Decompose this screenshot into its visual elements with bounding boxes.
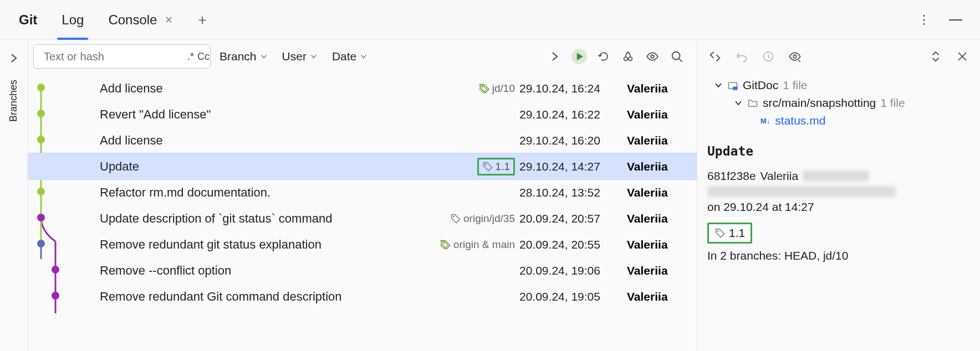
commit-tag-highlight[interactable]: 1.1	[707, 223, 752, 244]
log-panel: .* Cc Branch User Date	[28, 40, 697, 351]
svg-point-19	[484, 163, 486, 165]
commit-row[interactable]: Revert "Add license"29.10.24, 16:22Valer…	[28, 101, 697, 127]
commit-message: Update	[100, 159, 139, 174]
chevron-down-icon	[260, 53, 268, 60]
commit-email	[707, 186, 970, 197]
tab-console[interactable]: Console ✕	[96, 0, 185, 39]
date-filter[interactable]: Date	[326, 50, 373, 63]
regex-toggle[interactable]: .*	[187, 51, 194, 63]
expand-collapse-button[interactable]	[928, 49, 943, 64]
search-input[interactable]	[44, 50, 184, 63]
branch-filter[interactable]: Branch	[214, 50, 273, 63]
branches-tab[interactable]: Branches	[8, 80, 19, 122]
commit-row[interactable]: Add licensejd/1029.10.24, 16:24Valeriia	[28, 75, 697, 101]
close-icon[interactable]: ✕	[165, 14, 173, 26]
preview-diff-button[interactable]	[787, 49, 803, 64]
module-icon	[727, 80, 738, 91]
redacted-text	[707, 186, 896, 197]
expand-branches-button[interactable]	[8, 52, 20, 64]
svg-line-6	[679, 59, 682, 62]
run-button[interactable]	[571, 49, 587, 64]
svg-point-26	[717, 230, 719, 232]
commit-row[interactable]: Remove redundant Git command description…	[28, 283, 697, 309]
svg-point-4	[651, 55, 654, 58]
collapse-button[interactable]	[707, 49, 723, 64]
search-input-container: .* Cc	[33, 44, 211, 69]
folder-icon	[747, 97, 758, 109]
commit-date: 29.10.24, 14:27	[519, 160, 627, 173]
chevron-right-icon	[8, 52, 20, 64]
commit-date: 29.10.24, 16:22	[519, 108, 627, 121]
tab-log[interactable]: Log	[49, 0, 96, 39]
history-button[interactable]	[760, 49, 776, 64]
minimize-button[interactable]	[949, 19, 962, 20]
tree-root-node[interactable]: GitDoc 1 file	[707, 76, 970, 94]
tag-icon	[479, 83, 490, 94]
refresh-icon	[598, 50, 610, 63]
commit-date: 29.10.24, 16:20	[519, 134, 627, 147]
go-next-button[interactable]	[547, 49, 563, 64]
commit-date: 20.09.24, 19:05	[519, 290, 627, 303]
commit-ref-label[interactable]: 1.1	[477, 158, 515, 176]
chevron-down-icon	[310, 53, 318, 60]
play-icon	[573, 50, 585, 63]
commit-list: Add licensejd/1029.10.24, 16:24ValeriiaR…	[28, 73, 697, 351]
svg-point-20	[453, 215, 455, 217]
undo-button[interactable]	[734, 49, 749, 64]
commit-date: 29.10.24, 16:24	[519, 82, 627, 95]
commit-author: Valeriia	[627, 238, 688, 251]
close-details-button[interactable]	[955, 49, 970, 64]
commit-row[interactable]: Remove redundant git status explanationo…	[28, 231, 697, 257]
commit-row[interactable]: Add license29.10.24, 16:20Valeriia	[28, 127, 697, 153]
svg-point-3	[629, 57, 632, 61]
svg-point-5	[672, 52, 680, 60]
commit-author: Valeriia	[627, 264, 688, 277]
commit-row[interactable]: Refactor rm.md documentation.28.10.24, 1…	[28, 179, 697, 205]
chevron-right-icon	[549, 50, 561, 63]
commit-row[interactable]: Update description of `git status` comma…	[28, 205, 697, 231]
commit-row[interactable]: Update1.129.10.24, 14:27Valeriia	[28, 153, 697, 179]
add-tab-button[interactable]: ＋	[185, 10, 220, 29]
commit-message: Revert "Add license"	[100, 107, 211, 122]
tab-overflow-button[interactable]	[220, 14, 231, 25]
commit-author: Valeriia	[627, 108, 688, 121]
commit-date: 20.09.24, 20:55	[519, 238, 627, 251]
user-filter[interactable]: User	[277, 50, 323, 63]
commit-branches-info: In 2 branches: HEAD, jd/10	[707, 249, 970, 262]
refresh-button[interactable]	[596, 49, 611, 64]
commit-author: Valeriia	[627, 134, 688, 147]
changed-files-tree: GitDoc 1 file src/main/snapshotting 1 fi…	[707, 76, 970, 130]
tree-file-node[interactable]: M↓ status.md	[707, 112, 970, 130]
commit-ref-label[interactable]: jd/10	[479, 82, 515, 95]
preview-toggle[interactable]	[645, 49, 660, 64]
commit-row[interactable]: Remove --conflict option20.09.24, 19:06V…	[28, 257, 697, 283]
commit-author: Valeriia	[627, 82, 688, 95]
collapse-icon	[709, 50, 721, 63]
commit-timestamp: on 29.10.24 at 14:27	[707, 200, 970, 214]
commit-message: Add license	[100, 133, 163, 148]
commit-author: Valeriia	[627, 186, 688, 199]
details-toolbar	[707, 49, 970, 64]
commit-message: Refactor rm.md documentation.	[100, 185, 270, 200]
svg-point-21	[443, 241, 445, 243]
find-button[interactable]	[669, 49, 685, 64]
markdown-icon: M↓	[760, 117, 770, 125]
commit-message: Remove redundant Git command description	[100, 290, 342, 304]
cherry-pick-button[interactable]	[620, 49, 636, 64]
commit-ref-label[interactable]: origin/jd/35	[450, 213, 515, 225]
chevron-down-icon	[734, 99, 743, 107]
chevron-down-icon	[360, 53, 368, 60]
cherry-icon	[622, 50, 634, 63]
commit-ref-label[interactable]: origin & main	[440, 239, 515, 251]
commit-author: Valeriia	[627, 212, 688, 225]
tab-git[interactable]: Git	[7, 0, 49, 39]
commit-message: Remove --conflict option	[100, 264, 231, 278]
case-toggle[interactable]: Cc	[197, 51, 210, 63]
more-menu-button[interactable]: ⋮	[910, 13, 938, 27]
undo-icon	[736, 50, 748, 63]
commit-details-panel: GitDoc 1 file src/main/snapshotting 1 fi…	[697, 40, 980, 351]
tree-folder-node[interactable]: src/main/snapshotting 1 file	[707, 94, 970, 112]
tab-console-label: Console	[108, 12, 157, 28]
top-tabbar: Git Log Console ✕ ＋ ⋮	[0, 0, 980, 40]
tag-icon	[450, 213, 461, 224]
